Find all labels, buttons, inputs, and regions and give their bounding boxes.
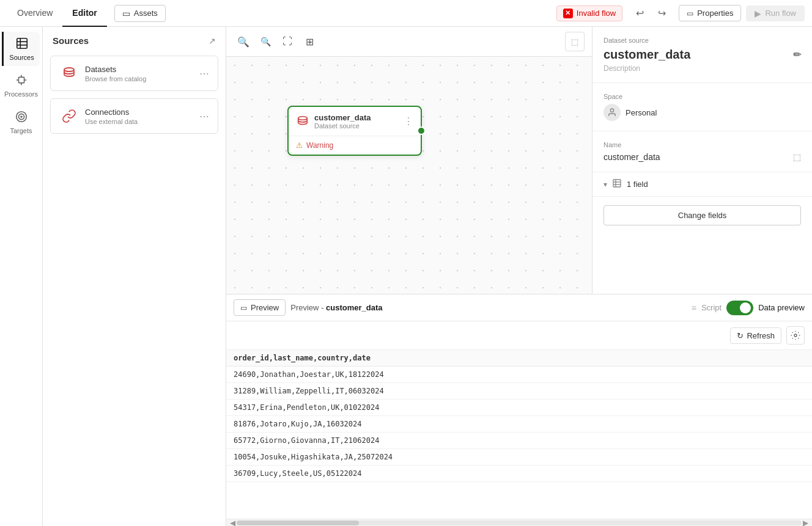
script-toggle-label: Script	[701, 303, 722, 312]
sources-icon	[15, 37, 29, 52]
preview-header-row: order_id,last_name,country,date	[226, 350, 812, 367]
bottom-panel-header: ▭ Preview Preview - customer_data ≡ Scri…	[226, 294, 812, 321]
svg-rect-4	[18, 77, 24, 82]
copy-name-button[interactable]: ⬚	[793, 152, 801, 162]
preview-data-row: 10054,Josuke,Higashikata,JA,25072024	[226, 449, 812, 466]
refresh-button[interactable]: ↻ Refresh	[730, 327, 781, 344]
undo-redo-group: ↩ ↪	[630, 4, 671, 23]
right-panel-name-section: Name customer_data ⬚	[592, 131, 812, 172]
preview-tab-icon: ▭	[240, 304, 247, 312]
node-warning: ⚠ Warning	[289, 136, 421, 155]
view-mode-toggle[interactable]	[726, 301, 753, 315]
bottom-panel: ▭ Preview Preview - customer_data ≡ Scri…	[226, 294, 812, 526]
right-panel-header-section: Dataset source customer_data ✏ Descripti…	[592, 27, 812, 83]
canvas-toolbar: 🔍 🔍 ⛶ ⊞ ⬚	[226, 27, 592, 57]
datasets-title: Datasets	[85, 65, 146, 74]
preview-source-name: customer_data	[326, 303, 382, 312]
fields-row[interactable]: ▾ 1 field	[592, 172, 812, 197]
connections-more-button[interactable]: ⋯	[199, 111, 209, 122]
name-label: Name	[603, 141, 801, 148]
scroll-left-arrow[interactable]: ◀	[229, 519, 237, 527]
sidebar-icons: Sources Processors Targets	[0, 27, 43, 526]
space-icon	[603, 104, 621, 121]
invalid-icon: ✕	[563, 9, 573, 18]
right-panel-section-label: Dataset source	[603, 37, 801, 44]
run-flow-button[interactable]: ▶ Run flow	[746, 5, 805, 21]
processors-icon	[15, 73, 28, 89]
targets-icon	[15, 110, 28, 125]
flow-node-customer-data[interactable]: customer_data Dataset source ⋮ ⚠ Warning	[287, 106, 422, 156]
topbar: Overview Editor ▭ Assets ✕ Invalid flow …	[0, 0, 812, 27]
space-value: Personal	[626, 108, 657, 117]
svg-point-8	[64, 68, 74, 71]
preview-data-area: order_id,last_name,country,date 24690,Jo…	[226, 350, 812, 519]
right-panel-description: Description	[603, 64, 801, 73]
preview-data-row: 54317,Erina,Pendleton,UK,01022024	[226, 400, 812, 416]
right-panel: Dataset source customer_data ✏ Descripti…	[592, 27, 812, 294]
node-output-connector[interactable]	[417, 126, 426, 135]
node-dataset-icon	[296, 115, 309, 128]
svg-rect-0	[17, 38, 27, 49]
data-preview-toggle-label: Data preview	[758, 303, 805, 312]
horizontal-scrollbar[interactable]: ◀ ▶	[226, 519, 812, 526]
properties-button[interactable]: ▭ Properties	[679, 5, 741, 21]
sources-title: Sources	[53, 35, 89, 46]
datasets-more-button[interactable]: ⋯	[199, 68, 209, 79]
fields-count-label: 1 field	[627, 180, 648, 189]
preview-title: Preview - customer_data	[290, 303, 382, 312]
bottom-actions-bar: ↻ Refresh	[226, 321, 812, 350]
scrollbar-thumb[interactable]	[237, 521, 359, 525]
nav-editor[interactable]: Editor	[62, 0, 106, 27]
svg-point-7	[21, 116, 22, 117]
view-toggle-group: Script Data preview	[701, 301, 805, 315]
properties-icon: ▭	[687, 9, 693, 18]
assets-icon: ▭	[122, 9, 130, 18]
sidebar-item-sources[interactable]: Sources	[2, 32, 40, 66]
preview-data-row: 36709,Lucy,Steele,US,05122024	[226, 466, 812, 482]
svg-point-9	[298, 116, 308, 120]
undo-button[interactable]: ↩	[630, 4, 649, 23]
right-panel-edit-button[interactable]: ✏	[793, 49, 801, 60]
datasets-subtitle: Browse from catalog	[85, 75, 146, 82]
canvas-copy-button[interactable]: ⬚	[565, 32, 585, 51]
zoom-in-button[interactable]: 🔍	[234, 32, 253, 51]
datasets-icon	[59, 64, 79, 83]
change-fields-button[interactable]: Change fields	[603, 205, 801, 225]
preview-data-row: 31289,William,Zeppelli,IT,06032024	[226, 383, 812, 400]
main-layout: Sources Processors Targets	[0, 27, 812, 526]
connections-card[interactable]: Connections Use external data ⋯	[50, 98, 218, 134]
preview-settings-button[interactable]	[786, 326, 805, 345]
preview-tab-button[interactable]: ▭ Preview	[234, 299, 286, 316]
warning-icon: ⚠	[296, 141, 303, 150]
space-label: Space	[603, 93, 801, 100]
node-menu-button[interactable]: ⋮	[404, 115, 413, 127]
redo-button[interactable]: ↪	[652, 4, 671, 23]
preview-data-row: 65772,Giorno,Giovanna,IT,21062024	[226, 433, 812, 449]
drag-handle[interactable]: ≡	[692, 303, 696, 313]
sources-panel: Sources ↗ Datasets Browse from catalog ⋯	[43, 27, 226, 526]
preview-data-row: 81876,Jotaro,Kujo,JA,16032024	[226, 416, 812, 433]
right-panel-space-section: Space Personal	[592, 83, 812, 131]
connections-title: Connections	[85, 108, 138, 117]
zoom-out-button[interactable]: 🔍	[256, 32, 275, 51]
name-value: customer_data	[603, 152, 660, 162]
fit-view-button[interactable]: ⛶	[278, 32, 297, 51]
assets-button[interactable]: ▭ Assets	[114, 5, 166, 22]
sidebar-item-processors[interactable]: Processors	[2, 68, 40, 103]
right-panel-dataset-name: customer_data	[603, 48, 690, 62]
nav-overview[interactable]: Overview	[7, 0, 62, 27]
run-icon: ▶	[755, 9, 761, 18]
sidebar-item-targets[interactable]: Targets	[2, 105, 40, 139]
scrollbar-track[interactable]	[237, 521, 802, 525]
datasets-card[interactable]: Datasets Browse from catalog ⋯	[50, 56, 218, 91]
connections-icon	[59, 106, 79, 126]
grid-view-button[interactable]: ⊞	[300, 32, 319, 51]
connections-subtitle: Use external data	[85, 118, 138, 125]
canvas-grid[interactable]: customer_data Dataset source ⋮ ⚠ Warning	[226, 57, 592, 294]
sources-header: Sources ↗	[43, 27, 226, 52]
scroll-right-arrow[interactable]: ▶	[802, 519, 810, 527]
sources-expand-button[interactable]: ↗	[209, 36, 216, 46]
canvas-area: 🔍 🔍 ⛶ ⊞ ⬚	[226, 27, 592, 294]
invalid-flow-badge: ✕ Invalid flow	[556, 5, 622, 21]
preview-data-row: 24690,Jonathan,Joestar,UK,18122024	[226, 367, 812, 383]
